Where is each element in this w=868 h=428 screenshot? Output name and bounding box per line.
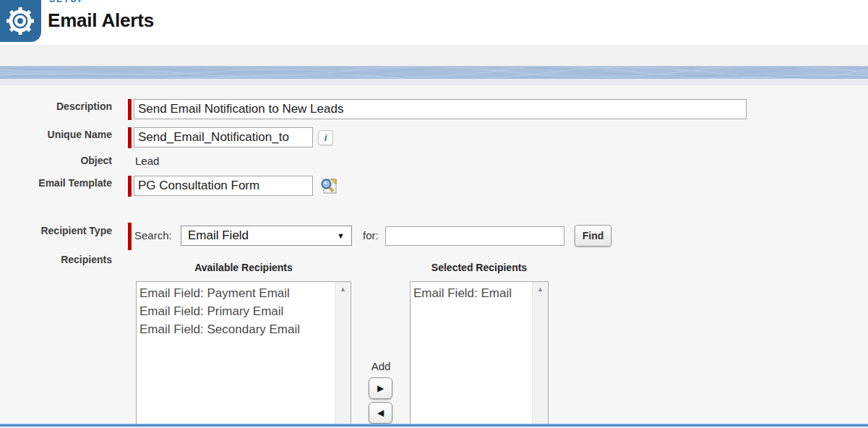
unique-name-input[interactable]: [134, 127, 313, 147]
recipients-label: Recipients: [0, 254, 112, 265]
email-template-required-indicator: [128, 176, 132, 197]
header-spacer-band: [0, 45, 868, 66]
selected-recipients-listbox[interactable]: Email Field: Email ▲: [410, 281, 549, 428]
scroll-up-icon[interactable]: ▲: [335, 282, 351, 296]
object-label: Object: [0, 155, 112, 166]
description-label: Description: [0, 100, 112, 112]
recipient-type-required-indicator: [128, 223, 132, 250]
email-template-input[interactable]: [134, 176, 313, 196]
setup-breadcrumb: SETUP: [49, 0, 165, 5]
decorative-wave-band: [0, 66, 868, 79]
setup-gear-icon-box: [0, 0, 41, 42]
list-item[interactable]: Email Field: Secondary Email: [139, 320, 335, 338]
remove-recipient-button[interactable]: ◀: [369, 402, 392, 424]
selected-recipients-header: Selected Recipients: [410, 262, 549, 273]
email-alerts-setup-page: SETUP Email Alerts Description Unique Na…: [0, 0, 868, 428]
info-icon[interactable]: i: [318, 130, 333, 145]
page-header: SETUP Email Alerts: [0, 0, 868, 45]
search-type-select[interactable]: Email Field ▼: [181, 226, 352, 246]
list-item[interactable]: Email Field: Email: [413, 284, 532, 302]
available-recipients-scrollbar[interactable]: ▲: [335, 282, 351, 427]
find-button[interactable]: Find: [575, 225, 611, 247]
search-for-input[interactable]: [385, 226, 564, 246]
search-type-selected-option: Email Field: [188, 228, 249, 243]
unique-name-required-indicator: [128, 127, 132, 148]
right-arrow-icon: ▶: [377, 383, 384, 393]
selected-recipients-scrollbar[interactable]: ▲: [532, 282, 548, 427]
recipient-type-label: Recipient Type: [0, 225, 112, 236]
available-recipients-header: Available Recipients: [136, 262, 351, 273]
scroll-up-icon[interactable]: ▲: [533, 282, 548, 296]
unique-name-label: Unique Name: [0, 129, 112, 140]
list-item[interactable]: Email Field: Payment Email: [139, 284, 335, 302]
lookup-icon[interactable]: [319, 177, 338, 195]
search-label: Search:: [134, 229, 172, 241]
gear-icon: [2, 3, 38, 39]
add-recipient-button[interactable]: ▶: [369, 377, 392, 399]
email-template-label: Email Template: [0, 177, 112, 189]
chevron-down-icon: ▼: [337, 231, 345, 240]
for-label: for:: [363, 229, 379, 241]
wave-texture: [0, 67, 868, 79]
add-label: Add: [362, 360, 400, 372]
left-arrow-icon: ◀: [377, 408, 384, 418]
sub-band: [0, 79, 868, 85]
description-input[interactable]: [134, 99, 747, 119]
page-title: Email Alerts: [48, 9, 154, 32]
list-item[interactable]: Email Field: Primary Email: [139, 302, 335, 320]
setup-breadcrumb-label: SETUP: [49, 0, 165, 4]
object-value: Lead: [135, 155, 159, 167]
available-recipients-listbox[interactable]: Email Field: Payment Email Email Field: …: [136, 281, 351, 428]
description-required-indicator: [128, 99, 132, 120]
